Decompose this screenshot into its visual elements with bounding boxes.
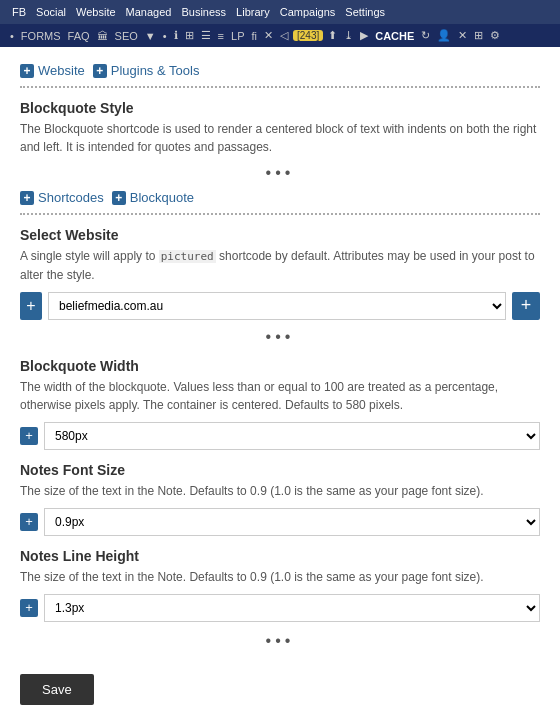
- website-select[interactable]: beliefmedia.com.au: [48, 292, 506, 320]
- toolbar-faq[interactable]: FAQ: [66, 29, 92, 43]
- website-select-plus[interactable]: +: [20, 292, 42, 320]
- toolbar-video-icon[interactable]: ▶: [358, 28, 370, 43]
- toolbar-bullet: •: [161, 29, 169, 43]
- main-content: + Website + Plugins & Tools Blockquote S…: [0, 47, 560, 708]
- breadcrumb-website[interactable]: + Website: [20, 63, 85, 78]
- toolbar-badge: [243]: [293, 30, 323, 41]
- separator-2: [20, 213, 540, 215]
- toolbar-bank-icon[interactable]: 🏛: [95, 29, 110, 43]
- notes-line-height-section: Notes Line Height The size of the text i…: [20, 548, 540, 622]
- notes-line-height-title: Notes Line Height: [20, 548, 540, 564]
- website-add-button[interactable]: +: [512, 292, 540, 320]
- dots-2: •••: [20, 328, 540, 346]
- shortcodes-plus-icon: +: [20, 191, 34, 205]
- notes-line-height-plus[interactable]: +: [20, 599, 38, 617]
- notes-font-size-select[interactable]: 0.9px: [44, 508, 540, 536]
- toolbar-list-icon[interactable]: ☰: [199, 28, 213, 43]
- blockquote-width-row: + 580px: [20, 422, 540, 450]
- breadcrumb-2: + Shortcodes + Blockquote: [20, 190, 540, 205]
- toolbar-fi[interactable]: fi: [249, 29, 259, 43]
- nav-settings[interactable]: Settings: [341, 4, 389, 20]
- notes-line-height-row: + 1.3px: [20, 594, 540, 622]
- toolbar-dropdown-arrow[interactable]: ▼: [143, 29, 158, 43]
- toolbar-settings-icon[interactable]: ⚙: [488, 28, 502, 43]
- toolbar-info-icon[interactable]: ℹ: [172, 28, 180, 43]
- toolbar-upload-icon[interactable]: ⬆: [326, 28, 339, 43]
- toolbar-close-icon[interactable]: ✕: [262, 28, 275, 43]
- blockquote-style-section: Blockquote Style The Blockquote shortcod…: [20, 100, 540, 156]
- nav-campaigns[interactable]: Campaigns: [276, 4, 340, 20]
- notes-line-height-desc: The size of the text in the Note. Defaul…: [20, 568, 540, 586]
- dots-1: •••: [20, 164, 540, 182]
- nav-fb[interactable]: FB: [8, 4, 30, 20]
- select-website-desc-before: A single style will apply to: [20, 249, 159, 263]
- blockquote-style-desc: The Blockquote shortcode is used to rend…: [20, 120, 540, 156]
- nav-business[interactable]: Business: [177, 4, 230, 20]
- save-button[interactable]: Save: [20, 674, 94, 705]
- breadcrumb-shortcodes[interactable]: + Shortcodes: [20, 190, 104, 205]
- toolbar-x-icon[interactable]: ✕: [456, 28, 469, 43]
- blockquote-width-section: Blockquote Width The width of the blockq…: [20, 358, 540, 450]
- breadcrumb-1: + Website + Plugins & Tools: [20, 63, 540, 78]
- notes-font-size-row: + 0.9px: [20, 508, 540, 536]
- blockquote-width-plus[interactable]: +: [20, 427, 38, 445]
- notes-font-size-desc: The size of the text in the Note. Defaul…: [20, 482, 540, 500]
- select-website-title: Select Website: [20, 227, 540, 243]
- toolbar-refresh-icon[interactable]: ↻: [419, 28, 432, 43]
- nav-library[interactable]: Library: [232, 4, 274, 20]
- nav-managed[interactable]: Managed: [122, 4, 176, 20]
- blockquote-plus-icon: +: [112, 191, 126, 205]
- notes-font-size-plus[interactable]: +: [20, 513, 38, 531]
- separator-1: [20, 86, 540, 88]
- nav-website[interactable]: Website: [72, 4, 120, 20]
- nav-social[interactable]: Social: [32, 4, 70, 20]
- toolbar-seo[interactable]: SEO: [113, 29, 140, 43]
- top-navigation: FB Social Website Managed Business Libra…: [0, 0, 560, 24]
- toolbar-menu-icon[interactable]: ≡: [216, 29, 226, 43]
- select-website-row: + beliefmedia.com.au +: [20, 292, 540, 320]
- toolbar: • FORMS FAQ 🏛 SEO ▼ • ℹ ⊞ ☰ ≡ LP fi ✕ ◁ …: [0, 24, 560, 47]
- toolbar-user-icon[interactable]: 👤: [435, 28, 453, 43]
- toolbar-grid2-icon[interactable]: ⊞: [472, 28, 485, 43]
- breadcrumb-blockquote[interactable]: + Blockquote: [112, 190, 194, 205]
- blockquote-width-title: Blockquote Width: [20, 358, 540, 374]
- select-website-section: Select Website A single style will apply…: [20, 227, 540, 320]
- website-plus-icon: +: [20, 64, 34, 78]
- blockquote-width-desc: The width of the blockquote. Values less…: [20, 378, 540, 414]
- breadcrumb-shortcodes-label: Shortcodes: [38, 190, 104, 205]
- toolbar-cache-label[interactable]: CACHE: [373, 29, 416, 43]
- toolbar-forms[interactable]: FORMS: [19, 29, 63, 43]
- dots-3: •••: [20, 632, 540, 650]
- breadcrumb-website-label: Website: [38, 63, 85, 78]
- breadcrumb-blockquote-label: Blockquote: [130, 190, 194, 205]
- toolbar-download-icon[interactable]: ⤓: [342, 28, 355, 43]
- toolbar-back-icon[interactable]: ◁: [278, 28, 290, 43]
- breadcrumb-plugins-label: Plugins & Tools: [111, 63, 200, 78]
- notes-line-height-select[interactable]: 1.3px: [44, 594, 540, 622]
- toolbar-lp[interactable]: LP: [229, 29, 246, 43]
- toolbar-grid-icon[interactable]: ⊞: [183, 28, 196, 43]
- blockquote-width-select[interactable]: 580px: [44, 422, 540, 450]
- notes-font-size-title: Notes Font Size: [20, 462, 540, 478]
- blockquote-style-title: Blockquote Style: [20, 100, 540, 116]
- select-website-code: pictured: [159, 250, 216, 263]
- notes-font-size-section: Notes Font Size The size of the text in …: [20, 462, 540, 536]
- plugins-plus-icon: +: [93, 64, 107, 78]
- toolbar-dot: •: [8, 29, 16, 43]
- select-website-desc: A single style will apply to pictured sh…: [20, 247, 540, 284]
- breadcrumb-plugins-tools[interactable]: + Plugins & Tools: [93, 63, 200, 78]
